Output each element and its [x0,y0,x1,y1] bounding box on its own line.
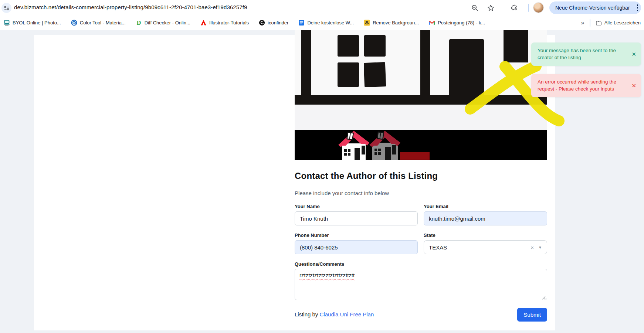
state-value: TEXAS [429,244,447,251]
bookmark-label: Deine kostenlose W... [307,20,354,26]
chrome-update-label: Neue Chrome-Version verfügbar [555,5,630,11]
iconfinder-icon [259,20,265,26]
bookmarks-separator [590,19,590,27]
submit-button[interactable]: Submit [517,308,547,322]
url-text[interactable]: dev.bizmatch.net/details-commercial-prop… [14,4,247,10]
chevron-down-icon[interactable]: ▼ [538,245,542,249]
close-icon[interactable]: ✕ [631,82,636,89]
email-label: Your Email [424,204,448,209]
success-toast: Your message has been sent to the creato… [531,43,641,66]
comments-label: Questions/Comments [295,261,344,267]
bookmark-color-tool[interactable]: M Color Tool - Materia... [71,20,126,26]
error-toast-text: An error occurred while sending the requ… [538,79,616,92]
extensions-icon[interactable] [510,3,519,12]
listing-by-line: Listing by Claudia Uni Free Plan [295,311,374,317]
adobe-illustrator-icon [200,20,207,26]
state-select[interactable]: TEXAS × ▼ [424,240,547,254]
author-link[interactable]: Claudia Uni Free Plan [320,311,374,317]
blue-lines-icon [298,20,305,26]
comments-value: rztztztztztzztztzttzzttztt [299,272,355,278]
material-color-icon: M [71,20,77,26]
close-icon[interactable]: ✕ [631,50,636,58]
browser-menu-icon[interactable] [637,4,638,11]
resize-handle[interactable] [542,295,546,299]
contact-form: Contact the Author of this Listing Pleas… [295,30,547,330]
error-toast: An error occurred while sending the requ… [531,74,641,97]
chrome-update-button[interactable]: Neue Chrome-Version verfügbar [549,1,641,14]
clear-selection-icon[interactable]: × [531,244,534,251]
phone-label: Phone Number [295,232,329,238]
bookmark-label: Diff Checker - Onlin... [145,20,190,26]
zoom-out-icon[interactable] [470,3,479,12]
svg-text:D: D [137,20,141,26]
svg-text:M: M [73,21,75,24]
form-subtitle: Please include your contact info below [295,190,389,196]
tab-organize-icon[interactable] [1,3,11,13]
success-toast-text: Your message has been sent to the creato… [538,48,616,60]
all-bookmarks-label: Alle Lesezeichen [604,20,641,26]
bookmark-illustrator[interactable]: Illustrator-Tutorials [200,20,249,26]
listing-by-text: Listing by [295,311,318,317]
name-label: Your Name [295,204,320,209]
form-title: Contact the Author of this Listing [295,171,438,181]
profile-avatar[interactable] [533,2,544,13]
state-label: State [424,232,435,238]
bookmark-byol[interactable]: BYOL Online | Photo... [4,20,61,26]
bookmark-label: Remove Backgroun... [373,20,419,26]
layers-icon [364,20,370,26]
bookmark-star-icon[interactable] [486,3,495,12]
bookmark-iconfinder[interactable]: iconfinder [259,20,288,26]
bookmark-posteingang[interactable]: Posteingang (78) - k... [429,20,485,26]
phone-field[interactable] [295,240,418,254]
bookmark-label: iconfinder [268,20,288,26]
bookmark-diff-checker[interactable]: D Diff Checker - Onlin... [136,20,190,26]
email-field[interactable] [424,211,547,225]
bookmark-label: Illustrator-Tutorials [209,20,249,26]
folder-icon [596,20,602,26]
bookmarks-bar: BYOL Online | Photo... M Color Tool - Ma… [0,16,644,30]
diff-checker-icon: D [136,20,142,26]
bookmark-label: Color Tool - Materia... [80,20,126,26]
bookmark-remove-background[interactable]: Remove Backgroun... [364,20,419,26]
comments-textarea[interactable]: rztztztztztzztztzttzzttztt [295,269,547,300]
toolbar-separator [528,4,529,12]
name-field[interactable] [295,211,418,225]
address-bar: dev.bizmatch.net/details-commercial-prop… [0,0,644,16]
bookmark-kostenlose[interactable]: Deine kostenlose W... [298,20,354,26]
bookmarks-overflow-chevron[interactable]: » [581,19,584,27]
bookmark-label: Posteingang (78) - k... [438,20,485,26]
laptop-icon [4,20,10,26]
all-bookmarks-button[interactable]: Alle Lesezeichen [596,20,641,26]
browser-window: dev.bizmatch.net/details-commercial-prop… [0,0,644,333]
bookmark-label: BYOL Online | Photo... [13,20,61,26]
gmail-icon [429,20,435,26]
